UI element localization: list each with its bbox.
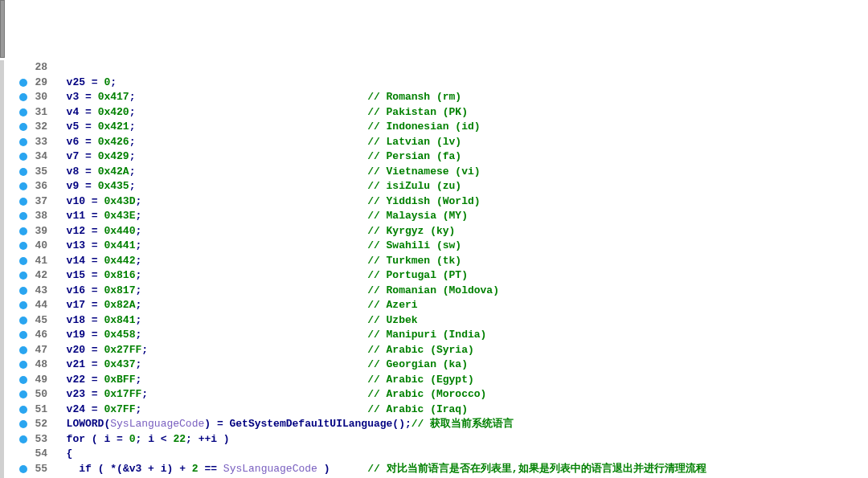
code-text: v6 = 0x426; // Latvian (lv): [49, 135, 461, 150]
code-text: for ( i = 0; i < 22; ++i ): [49, 432, 230, 447]
code-line: 48 v21 = 0x437; // Georgian (ka): [4, 357, 868, 373]
breakpoint-icon[interactable]: [19, 272, 27, 280]
gutter[interactable]: 46: [4, 328, 49, 343]
gutter[interactable]: 35: [4, 165, 49, 180]
code-line: 45 v18 = 0x841; // Uzbek: [4, 313, 868, 329]
breakpoint-icon[interactable]: [19, 361, 27, 369]
line-number: 38: [30, 209, 47, 224]
code-line: 28: [4, 60, 868, 76]
breakpoint-icon[interactable]: [19, 301, 27, 309]
gutter[interactable]: 38: [4, 209, 49, 224]
gutter[interactable]: 51: [4, 402, 49, 418]
line-number: 46: [30, 328, 47, 343]
code-text: v9 = 0x435; // isiZulu (zu): [49, 179, 461, 194]
breakpoint-icon[interactable]: [19, 138, 27, 146]
gutter[interactable]: 50: [4, 387, 49, 402]
breakpoint-icon[interactable]: [19, 331, 27, 339]
gutter[interactable]: 55: [4, 462, 49, 477]
code-line: 42 v15 = 0x816; // Portugal (PT): [4, 268, 868, 284]
breakpoint-icon[interactable]: [19, 406, 27, 414]
gutter[interactable]: 32: [4, 120, 49, 135]
breakpoint-icon[interactable]: [19, 212, 27, 220]
gutter[interactable]: 44: [4, 298, 49, 313]
line-number: 55: [30, 462, 47, 477]
line-number: 47: [30, 343, 47, 358]
line-number: 42: [30, 268, 47, 284]
gutter[interactable]: 53: [4, 432, 49, 447]
breakpoint-icon[interactable]: [19, 346, 27, 354]
code-line: 39 v12 = 0x440; // Kyrgyz (ky): [4, 224, 868, 239]
code-text: v19 = 0x458; // Manipuri (India): [49, 328, 486, 343]
breakpoint-icon[interactable]: [19, 287, 27, 295]
code-text: v24 = 0x7FF; // Arabic (Iraq): [49, 402, 468, 418]
line-number: 50: [30, 387, 47, 402]
code-text: v23 = 0x17FF; // Arabic (Morocco): [49, 387, 486, 402]
breakpoint-icon[interactable]: [19, 376, 27, 384]
line-number: 31: [30, 105, 47, 121]
breakpoint-icon[interactable]: [19, 420, 27, 428]
code-line: 37 v10 = 0x43D; // Yiddish (World): [4, 194, 868, 210]
gutter[interactable]: 34: [4, 149, 49, 165]
code-text: LOWORD(SysLanguageCode) = GetSystemDefau…: [49, 417, 514, 432]
breakpoint-icon[interactable]: [19, 465, 27, 473]
code-text: v25 = 0;: [49, 76, 117, 91]
breakpoint-icon[interactable]: [19, 93, 27, 101]
code-line: 50 v23 = 0x17FF; // Arabic (Morocco): [4, 387, 868, 402]
line-number: 30: [30, 90, 47, 105]
code-text: v10 = 0x43D; // Yiddish (World): [49, 194, 481, 210]
breakpoint-icon[interactable]: [19, 227, 27, 235]
code-text: v20 = 0x27FF; // Arabic (Syria): [49, 343, 474, 358]
breakpoint-icon[interactable]: [19, 153, 27, 161]
code-text: v21 = 0x437; // Georgian (ka): [49, 357, 468, 373]
gutter[interactable]: 28: [4, 60, 49, 76]
code-line: 29 v25 = 0;: [4, 76, 868, 91]
code-line: 47 v20 = 0x27FF; // Arabic (Syria): [4, 343, 868, 358]
breakpoint-icon[interactable]: [19, 168, 27, 176]
gutter[interactable]: 30: [4, 90, 49, 105]
gutter[interactable]: 47: [4, 343, 49, 358]
breakpoint-icon[interactable]: [19, 182, 27, 190]
breakpoint-icon[interactable]: [19, 257, 27, 265]
gutter[interactable]: 39: [4, 224, 49, 239]
code-text: v18 = 0x841; // Uzbek: [49, 313, 418, 329]
code-text: v11 = 0x43E; // Malaysia (MY): [49, 209, 468, 224]
gutter[interactable]: 45: [4, 313, 49, 329]
gutter[interactable]: 31: [4, 105, 49, 121]
breakpoint-icon[interactable]: [19, 435, 27, 443]
gutter[interactable]: 41: [4, 254, 49, 269]
line-number: 28: [30, 60, 47, 76]
gutter[interactable]: 43: [4, 284, 49, 299]
line-number: 53: [30, 432, 47, 447]
breakpoint-icon[interactable]: [19, 317, 27, 325]
vertical-scrollbar[interactable]: [0, 0, 5, 58]
code-line: 40 v13 = 0x441; // Swahili (sw): [4, 239, 868, 254]
line-number: 29: [30, 76, 47, 91]
line-number: 48: [30, 357, 47, 373]
line-number: 32: [30, 120, 47, 135]
line-number: 49: [30, 373, 47, 388]
code-line: 55 if ( *(&v3 + i) + 2 == SysLanguageCod…: [4, 462, 868, 477]
breakpoint-icon[interactable]: [19, 79, 27, 87]
gutter[interactable]: 48: [4, 357, 49, 373]
breakpoint-icon[interactable]: [19, 108, 27, 116]
breakpoint-icon[interactable]: [19, 242, 27, 250]
code-line: 36 v9 = 0x435; // isiZulu (zu): [4, 179, 868, 194]
gutter[interactable]: 33: [4, 135, 49, 150]
code-line: 41 v14 = 0x442; // Turkmen (tk): [4, 254, 868, 269]
code-text: v13 = 0x441; // Swahili (sw): [49, 239, 461, 254]
code-line: 53 for ( i = 0; i < 22; ++i ): [4, 432, 868, 447]
gutter[interactable]: 49: [4, 373, 49, 388]
gutter[interactable]: 29: [4, 76, 49, 91]
line-number: 37: [30, 194, 47, 210]
gutter[interactable]: 36: [4, 179, 49, 194]
line-number: 51: [30, 402, 47, 418]
gutter[interactable]: 54: [4, 447, 49, 462]
code-line: 49 v22 = 0xBFF; // Arabic (Egypt): [4, 373, 868, 388]
gutter[interactable]: 42: [4, 268, 49, 284]
gutter[interactable]: 37: [4, 194, 49, 210]
breakpoint-icon[interactable]: [19, 390, 27, 398]
breakpoint-icon[interactable]: [19, 123, 27, 131]
breakpoint-icon[interactable]: [19, 198, 27, 206]
gutter[interactable]: 52: [4, 417, 49, 432]
gutter[interactable]: 40: [4, 239, 49, 254]
